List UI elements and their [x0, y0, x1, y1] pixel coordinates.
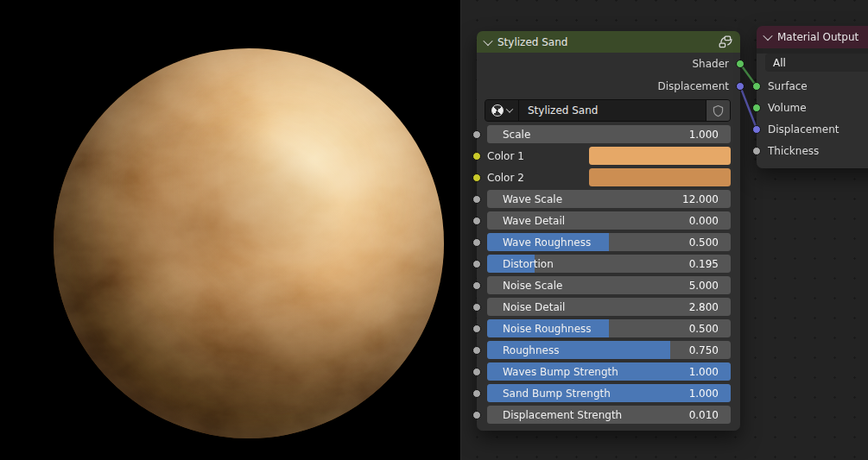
node-title: Material Output: [777, 31, 858, 43]
surface-input-socket[interactable]: [752, 82, 761, 91]
param-row-noise-scale: Noise Scale5.000: [487, 276, 731, 294]
node-material-output[interactable]: Material Output All SurfaceVolumeDisplac…: [757, 26, 868, 168]
input-label: Volume: [768, 102, 807, 114]
input-row-thickness: Thickness: [757, 140, 868, 161]
wave-scale-input-socket[interactable]: [472, 195, 481, 204]
group-name-widget[interactable]: Stylized Sand: [485, 99, 731, 122]
shader-output-socket[interactable]: [736, 60, 744, 68]
output-label: Shader: [692, 58, 729, 70]
param-label: Scale: [487, 129, 530, 141]
collapse-chevron-icon[interactable]: [763, 31, 772, 41]
param-row-roughness: Roughness0.750: [487, 341, 731, 359]
param-value: 12.000: [682, 193, 731, 205]
scale-field[interactable]: Scale1.000: [487, 125, 731, 143]
waves-bump-strength-field[interactable]: Waves Bump Strength1.000: [487, 362, 731, 381]
distortion-field[interactable]: Distortion0.195: [487, 255, 731, 273]
node-group-icon: [718, 35, 732, 48]
node-title: Stylized Sand: [497, 36, 567, 48]
param-label: Sand Bump Strength: [487, 388, 611, 400]
wave-detail-input-socket[interactable]: [472, 217, 481, 225]
output-target-dropdown[interactable]: All: [765, 54, 868, 72]
param-value: 0.500: [689, 323, 731, 335]
color-1-input-socket[interactable]: [472, 152, 481, 161]
param-row-wave-roughness: Wave Roughness0.500: [487, 233, 731, 251]
param-label: Wave Detail: [487, 215, 565, 227]
output-label: Displacement: [658, 80, 730, 92]
param-row-distortion: Distortion0.195: [487, 255, 731, 273]
node-header-material-output[interactable]: Material Output: [757, 26, 868, 48]
input-label: Surface: [768, 80, 808, 92]
fake-user-shield-button[interactable]: [706, 100, 730, 121]
sand-sphere-preview: [54, 48, 444, 438]
sand-bump-strength-input-socket[interactable]: [472, 389, 481, 398]
roughness-field[interactable]: Roughness0.750: [487, 341, 731, 359]
param-value: 1.000: [689, 129, 731, 141]
param-value: 1.000: [689, 366, 731, 378]
param-value: 0.010: [689, 409, 731, 421]
shader-node-editor[interactable]: Stylized Sand ShaderDisplacement: [460, 0, 868, 460]
color-2-color-swatch[interactable]: [589, 168, 731, 186]
param-value: 0.195: [689, 258, 731, 270]
param-row-waves-bump-strength: Waves Bump Strength1.000: [487, 362, 731, 381]
roughness-input-socket[interactable]: [472, 346, 481, 355]
param-row-sand-bump-strength: Sand Bump Strength1.000: [487, 384, 731, 402]
param-label: Noise Roughness: [487, 323, 592, 335]
param-value: 0.000: [689, 215, 731, 227]
displacement-input-socket[interactable]: [752, 125, 761, 134]
param-label: Displacement Strength: [487, 409, 622, 421]
param-row-wave-detail: Wave Detail0.000: [487, 211, 731, 230]
param-label: Distortion: [487, 258, 554, 270]
waves-bump-strength-input-socket[interactable]: [472, 368, 481, 376]
param-label: Roughness: [487, 344, 559, 356]
distortion-input-socket[interactable]: [472, 260, 481, 268]
noise-scale-input-socket[interactable]: [472, 281, 481, 290]
param-label: Color 2: [487, 172, 524, 184]
node-header-stylized-sand[interactable]: Stylized Sand: [477, 31, 740, 53]
chevron-down-icon: [506, 105, 513, 112]
param-label: Color 1: [487, 150, 524, 162]
param-row-noise-detail: Noise Detail2.800: [487, 298, 731, 316]
scale-input-socket[interactable]: [472, 130, 481, 139]
wave-roughness-field[interactable]: Wave Roughness0.500: [487, 233, 731, 251]
param-value: 0.500: [689, 236, 731, 249]
input-row-surface: Surface: [757, 75, 868, 97]
collapse-chevron-icon[interactable]: [483, 35, 492, 45]
param-value: 1.000: [689, 388, 731, 400]
color-2-input-socket[interactable]: [472, 173, 481, 182]
input-row-volume: Volume: [757, 97, 868, 118]
volume-input-socket[interactable]: [752, 104, 761, 112]
displacement-strength-field[interactable]: Displacement Strength0.010: [487, 406, 731, 424]
input-row-displacement: Displacement: [757, 118, 868, 140]
group-name-input[interactable]: Stylized Sand: [518, 100, 706, 121]
noise-roughness-field[interactable]: Noise Roughness0.500: [487, 319, 731, 337]
node-stylized-sand[interactable]: Stylized Sand ShaderDisplacement: [477, 31, 740, 431]
param-row-color-2: Color 2: [487, 168, 731, 186]
param-row-wave-scale: Wave Scale12.000: [487, 190, 731, 208]
sand-bump-strength-field[interactable]: Sand Bump Strength1.000: [487, 384, 731, 402]
param-label: Noise Detail: [487, 301, 565, 313]
param-value: 5.000: [689, 280, 731, 292]
wave-scale-field[interactable]: Wave Scale12.000: [487, 190, 731, 208]
input-label: Thickness: [768, 145, 819, 157]
param-label: Wave Roughness: [487, 236, 591, 249]
param-label: Waves Bump Strength: [487, 366, 618, 378]
displacement-strength-input-socket[interactable]: [472, 411, 481, 419]
displacement-output-socket[interactable]: [736, 82, 744, 91]
param-row-color-1: Color 1: [487, 147, 731, 165]
blender-window: Stylized Sand ShaderDisplacement: [0, 0, 868, 460]
shield-icon: [712, 104, 725, 117]
thickness-input-socket[interactable]: [752, 147, 761, 155]
group-datablock-selector[interactable]: [485, 100, 518, 121]
3d-viewport[interactable]: [0, 0, 460, 460]
noise-scale-field[interactable]: Noise Scale5.000: [487, 276, 731, 294]
param-value: 2.800: [689, 301, 731, 313]
noise-detail-field[interactable]: Noise Detail2.800: [487, 298, 731, 316]
wave-roughness-input-socket[interactable]: [472, 238, 481, 247]
wave-detail-field[interactable]: Wave Detail0.000: [487, 211, 731, 230]
param-label: Noise Scale: [487, 280, 562, 292]
noise-detail-input-socket[interactable]: [472, 303, 481, 312]
param-row-scale: Scale1.000: [487, 125, 731, 143]
color-1-color-swatch[interactable]: [589, 147, 731, 165]
param-row-noise-roughness: Noise Roughness0.500: [487, 319, 731, 337]
noise-roughness-input-socket[interactable]: [472, 325, 481, 333]
